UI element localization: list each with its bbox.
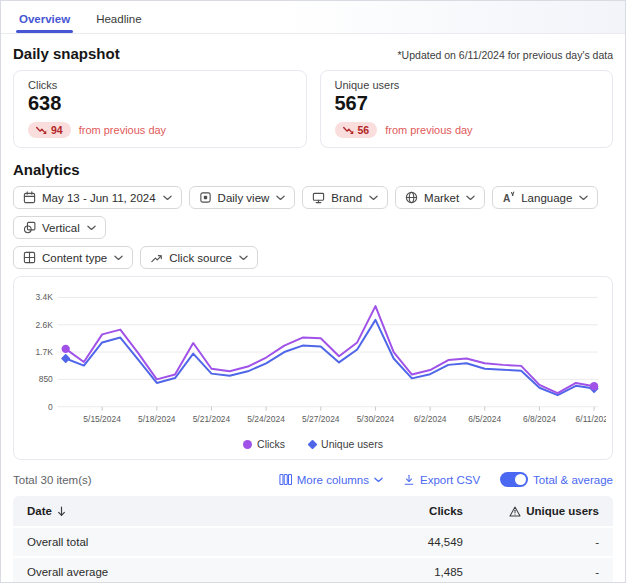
table-row: Overall average 1,485 - (13, 556, 613, 583)
x-axis-tick-label: 6/8/2024 (523, 414, 556, 424)
clicks-header-label: Clicks (429, 505, 463, 517)
content-type-filter[interactable]: Content type (13, 246, 133, 269)
y-axis-tick-label: 850 (39, 374, 53, 384)
line-chart-canvas[interactable]: 08501.7K2.6K3.4K5/15/20245/18/20245/21/2… (20, 285, 606, 437)
filter-label: Content type (42, 252, 107, 264)
date-header-label: Date (27, 505, 52, 517)
chart-legend: Clicks Unique users (20, 437, 606, 457)
tab-bar: OverviewHeadline (1, 1, 625, 34)
y-axis-tick-label: 1.7K (35, 347, 53, 357)
chevron-down-icon (114, 255, 123, 261)
calendar-icon (23, 191, 36, 204)
card-delta-row: 94 from previous day (28, 122, 292, 138)
x-axis-tick-label: 5/27/2024 (302, 414, 340, 424)
tab-overview[interactable]: Overview (19, 13, 70, 33)
export-csv-button[interactable]: Export CSV (403, 474, 480, 486)
clicks-column-header: Clicks (358, 505, 463, 517)
vertical-icon (23, 221, 36, 234)
x-axis-tick-label: 5/18/2024 (138, 414, 176, 424)
x-axis-tick-label: 5/15/2024 (83, 414, 121, 424)
snapshot-cards: Clicks 638 94 from previous day Unique u… (13, 70, 613, 148)
date-range-filter[interactable]: May 13 - Jun 11, 2024 (13, 186, 182, 209)
cell-date: Overall total (13, 536, 358, 548)
vertical-filter[interactable]: Vertical (13, 216, 106, 239)
x-axis-tick-label: 6/5/2024 (468, 414, 501, 424)
x-axis-tick-label: 6/11/2024 (576, 414, 606, 424)
x-axis-tick-label: 5/30/2024 (357, 414, 395, 424)
view-granularity-filter[interactable]: Daily view (189, 186, 296, 209)
card-label: Unique users (335, 79, 599, 91)
chevron-down-icon (579, 195, 588, 201)
data-point-marker[interactable] (62, 345, 70, 353)
more-columns-label: More columns (297, 474, 369, 486)
table-toolbar: Total 30 item(s) More columns Export CSV… (1, 460, 625, 496)
legend-label: Clicks (257, 438, 285, 450)
cell-clicks: 44,549 (358, 536, 463, 548)
delta-note: from previous day (385, 124, 472, 136)
svg-text:A: A (503, 193, 511, 204)
delta-note: from previous day (79, 124, 166, 136)
legend-item-clicks[interactable]: Clicks (243, 438, 285, 450)
delta-badge: 94 (28, 122, 71, 138)
toggle-switch-on[interactable] (500, 472, 528, 487)
more-columns-button[interactable]: More columns (279, 473, 383, 486)
x-axis-tick-label: 5/24/2024 (247, 414, 285, 424)
x-axis-tick-label: 5/21/2024 (193, 414, 231, 424)
filter-label: Vertical (42, 222, 80, 234)
chevron-down-icon (239, 255, 248, 261)
download-icon (403, 474, 415, 486)
click-source-icon (150, 251, 163, 264)
items-count: Total 30 item(s) (13, 474, 92, 486)
unique-users-card: Unique users 567 56 from previous day (320, 70, 614, 148)
filter-label: Language (521, 192, 572, 204)
daily-snapshot-header: Daily snapshot *Updated on 6/11/2024 for… (13, 45, 613, 62)
chart-line-unique-users[interactable] (66, 320, 594, 395)
filter-label: Click source (169, 252, 232, 264)
table-header-row: Date Clicks Unique users (13, 496, 613, 526)
chevron-down-icon (276, 195, 285, 201)
card-delta-row: 56 from previous day (335, 122, 599, 138)
table-row: Overall total 44,549 - (13, 526, 613, 556)
data-point-marker[interactable] (590, 382, 598, 390)
y-axis-tick-label: 0 (48, 402, 53, 412)
toggle-label: Total & average (533, 474, 613, 486)
y-axis-tick-label: 3.4K (35, 292, 53, 302)
legend-label: Unique users (321, 438, 383, 450)
filter-label: Brand (331, 192, 362, 204)
filter-label: Market (424, 192, 459, 204)
analytics-table: Date Clicks Unique users Overall total 4… (13, 496, 613, 583)
date-column-header[interactable]: Date (13, 505, 358, 517)
delta-badge: 56 (335, 122, 378, 138)
analytics-title: Analytics (13, 161, 613, 178)
language-icon: A (502, 191, 515, 204)
x-axis-tick-label: 6/2/2024 (414, 414, 447, 424)
analytics-dashboard-page: OverviewHeadline Daily snapshot *Updated… (0, 0, 626, 583)
more-columns-icon (279, 473, 292, 486)
filter-label: Daily view (218, 192, 270, 204)
chevron-down-icon (163, 195, 172, 201)
chevron-down-icon (369, 195, 378, 201)
tab-headline[interactable]: Headline (96, 13, 141, 33)
legend-item-unique-users[interactable]: Unique users (309, 438, 383, 450)
daily-view-icon (199, 191, 212, 204)
language-filter[interactable]: A Language (492, 186, 598, 209)
click-source-filter[interactable]: Click source (140, 246, 258, 269)
cell-unique-users: - (463, 536, 613, 548)
market-filter[interactable]: Market (395, 186, 485, 209)
toolbar-actions: More columns Export CSV Total & average (279, 472, 613, 487)
card-value: 638 (28, 92, 292, 115)
updated-note: *Updated on 6/11/2024 for previous day's… (398, 49, 613, 61)
sort-descending-icon (57, 506, 66, 517)
analytics-chart-card: 08501.7K2.6K3.4K5/15/20245/18/20245/21/2… (13, 276, 613, 460)
chevron-down-icon (374, 477, 383, 483)
unique-users-header-label: Unique users (526, 505, 599, 517)
y-axis-tick-label: 2.6K (35, 320, 53, 330)
brand-filter[interactable]: Brand (302, 186, 388, 209)
data-point-marker[interactable] (61, 354, 71, 364)
brand-icon (312, 191, 325, 204)
chevron-down-icon (466, 195, 475, 201)
main-content: Daily snapshot *Updated on 6/11/2024 for… (1, 45, 625, 460)
chart-line-clicks[interactable] (66, 306, 594, 393)
total-average-toggle[interactable]: Total & average (500, 472, 613, 487)
unique-users-column-header: Unique users (463, 505, 613, 517)
